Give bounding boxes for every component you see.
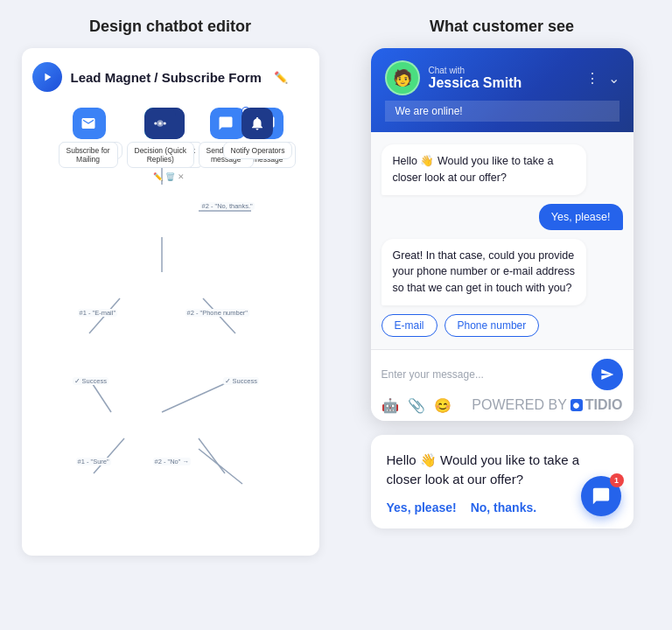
agent-info: Chat with Jessica Smith bbox=[429, 66, 522, 91]
chat-input-field: Enter your message... bbox=[382, 359, 623, 390]
emoji-icon[interactable]: 😊 bbox=[434, 397, 452, 414]
user-message-1: Yes, please! bbox=[539, 204, 623, 230]
chat-header-top: 🧑 Chat with Jessica Smith ⋮ ⌄ bbox=[385, 60, 620, 95]
node-label-subscribe: Subscribe forMailing bbox=[59, 142, 118, 168]
main-container: Design chatbot editor Lead Magnet / Subs… bbox=[18, 18, 654, 556]
svg-point-21 bbox=[155, 122, 158, 125]
chat-header: 🧑 Chat with Jessica Smith ⋮ ⌄ We are onl… bbox=[371, 48, 634, 132]
chat-toolbar: 🤖 📎 😊 POWERED BY TIDIO bbox=[382, 397, 623, 414]
preview-card: Hello 👋 Would you like to take a closer … bbox=[371, 435, 634, 528]
conn-label-7: ✓ Success bbox=[223, 377, 259, 385]
online-banner: We are online! bbox=[385, 101, 620, 122]
avatar: 🧑 bbox=[385, 60, 420, 95]
node-icon-subscribe bbox=[73, 108, 104, 139]
agent-name: Jessica Smith bbox=[429, 75, 522, 91]
preview-card-text: Hello 👋 Would you like to take a closer … bbox=[387, 451, 618, 490]
tidio-logo: TIDIO bbox=[570, 397, 623, 413]
chevron-down-icon[interactable]: ⌄ bbox=[608, 70, 620, 87]
chat-widget[interactable]: 🧑 Chat with Jessica Smith ⋮ ⌄ We are onl… bbox=[371, 48, 634, 421]
chat-agent: 🧑 Chat with Jessica Smith bbox=[385, 60, 522, 95]
play-button[interactable] bbox=[32, 62, 62, 92]
menu-icon[interactable]: ⋮ bbox=[585, 70, 599, 87]
conn-label-4: #2 - "No" → bbox=[153, 458, 192, 466]
node-decision3: Decision (QuickReplies) bbox=[127, 108, 195, 171]
svg-line-9 bbox=[94, 438, 124, 473]
node-notify: Notify Operators bbox=[223, 108, 293, 162]
powered-by: POWERED BY TIDIO bbox=[472, 397, 622, 413]
online-text: We are online! bbox=[396, 105, 463, 117]
attach-icon[interactable]: 📎 bbox=[408, 397, 425, 414]
right-title: What customer see bbox=[430, 18, 574, 36]
chat-placeholder: Enter your message... bbox=[382, 368, 592, 381]
svg-point-22 bbox=[164, 122, 166, 125]
conn-label-3: #2 - "Phone number" bbox=[186, 309, 250, 317]
quick-reply-email[interactable]: E-mail bbox=[382, 314, 438, 337]
editor-title: Lead Magnet / Subscribe Form bbox=[71, 70, 262, 85]
node-subscribe: Subscribe forMailing bbox=[59, 108, 118, 171]
conn-label-6: ✓ Success bbox=[73, 377, 108, 385]
bot-icon[interactable]: 🤖 bbox=[382, 397, 399, 414]
notification-badge: 1 bbox=[610, 473, 624, 487]
left-title: Design chatbot editor bbox=[89, 18, 251, 36]
svg-line-10 bbox=[199, 449, 242, 484]
chat-body: Hello 👋 Would you like to take a closer … bbox=[371, 132, 634, 349]
svg-line-8 bbox=[199, 438, 225, 473]
quick-replies-row: E-mail Phone number bbox=[382, 314, 623, 337]
bot-message-2: Great! In that case, could you provide y… bbox=[382, 239, 587, 305]
flow-diagram: #2 - "No, thanks." #1 - "E-mail" #2 - "P… bbox=[32, 108, 309, 528]
conn-label-5: #1 - "Sure" bbox=[76, 458, 111, 466]
tidio-logo-icon bbox=[570, 399, 583, 411]
node-icon-decision3 bbox=[144, 108, 176, 139]
quick-reply-phone[interactable]: Phone number bbox=[444, 314, 540, 337]
left-panel: Design chatbot editor Lead Magnet / Subs… bbox=[18, 18, 323, 556]
node-icon-notify bbox=[242, 108, 273, 139]
preview-reply-yes[interactable]: Yes, please! bbox=[387, 500, 457, 514]
editor-header: Lead Magnet / Subscribe Form ✏️ bbox=[32, 62, 309, 92]
conn-label-2: #1 - "E-mail" bbox=[78, 309, 118, 317]
node-label-notify: Notify Operators bbox=[223, 142, 293, 159]
svg-point-20 bbox=[159, 122, 162, 125]
right-panel: What customer see 🧑 Chat with Jessica Sm… bbox=[349, 18, 654, 556]
powered-by-label: POWERED BY bbox=[472, 397, 566, 413]
chat-header-icons: ⋮ ⌄ bbox=[585, 70, 620, 87]
bot-message-1: Hello 👋 Would you like to take a closer … bbox=[382, 144, 587, 195]
conn-label-1: #2 - "No, thanks." bbox=[200, 202, 255, 210]
editor-box: Lead Magnet / Subscribe Form ✏️ bbox=[22, 48, 319, 556]
chat-bubble-button[interactable]: 1 bbox=[581, 476, 621, 516]
tidio-brand-name: TIDIO bbox=[585, 397, 623, 413]
node-box-decision3: Decision (QuickReplies) bbox=[127, 142, 195, 168]
chat-with-label: Chat with bbox=[429, 66, 522, 75]
edit-icon[interactable]: ✏️ bbox=[274, 71, 288, 84]
svg-marker-0 bbox=[45, 74, 51, 81]
preview-reply-no[interactable]: No, thanks. bbox=[471, 500, 536, 514]
chat-input-row: Enter your message... 🤖 📎 😊 POWERED BY bbox=[371, 349, 634, 421]
send-button[interactable] bbox=[592, 359, 623, 390]
